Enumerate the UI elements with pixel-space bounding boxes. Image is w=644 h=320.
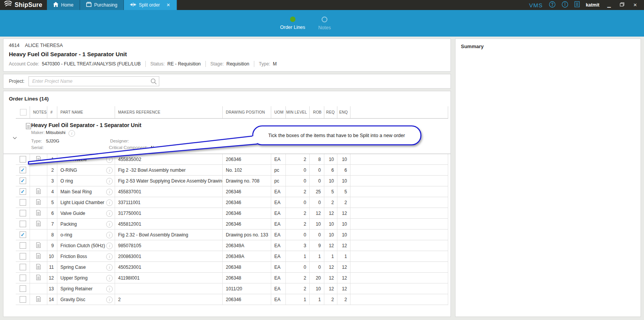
step-order-lines[interactable]: Order Lines	[280, 17, 305, 30]
col-notes[interactable]: NOTES	[30, 106, 47, 118]
row-checkbox[interactable]	[20, 167, 26, 173]
info-circle-icon[interactable]: i	[106, 253, 113, 260]
serial-label: Serial:	[31, 145, 46, 150]
part-name: O-RING	[60, 168, 77, 173]
makers-reference: 337111001	[115, 197, 222, 208]
col-filler	[350, 106, 448, 118]
row-checkbox[interactable]	[20, 210, 26, 216]
row-checkbox[interactable]	[20, 253, 26, 260]
col-req[interactable]: REQ	[324, 106, 337, 118]
col-number[interactable]: #	[47, 106, 57, 118]
info-circle-icon[interactable]: i	[106, 297, 113, 303]
document-icon[interactable]	[574, 1, 580, 9]
order-header-card: 4614 ALICE THERESA Heavy Fuel Oil Separa…	[3, 39, 451, 72]
line-number: 10	[47, 251, 57, 261]
search-icon[interactable]	[150, 78, 157, 86]
info-circle-icon[interactable]: i	[106, 189, 113, 195]
row-checkbox[interactable]	[20, 231, 26, 238]
info-circle-icon[interactable]: i	[106, 199, 113, 206]
info-icon[interactable]	[562, 1, 568, 9]
makers-reference: 985078105	[115, 240, 222, 251]
notes-icon[interactable]	[36, 253, 41, 260]
notes-icon[interactable]	[36, 221, 41, 228]
close-tab-icon[interactable]: ✕	[167, 2, 170, 8]
chevron-down-icon[interactable]	[13, 134, 17, 141]
notes-icon[interactable]	[36, 188, 41, 195]
uom: EA	[271, 262, 285, 272]
row-checkbox[interactable]	[20, 275, 26, 281]
table-header: NOTES # PART NAME MAKERS REFERENCE DRAWI…	[16, 106, 448, 119]
type-value: SJ20G	[46, 139, 59, 143]
tab-purchasing[interactable]: Purchasing	[80, 0, 124, 10]
info-circle-icon[interactable]: i	[106, 286, 113, 292]
tab-home[interactable]: Home	[47, 0, 80, 10]
row-checkbox[interactable]	[20, 264, 26, 270]
part-name: Friction Clutch (50Hz)	[60, 243, 105, 248]
info-circle-icon[interactable]: i	[106, 178, 113, 184]
close-icon[interactable]: ✕	[632, 2, 639, 8]
row-checkbox[interactable]	[20, 156, 26, 163]
part-name: Main Seal Ring	[60, 189, 92, 194]
info-circle-icon[interactable]: i	[106, 210, 113, 217]
restore-icon[interactable]	[619, 2, 626, 8]
col-enq[interactable]: ENQ	[337, 106, 350, 118]
uom: EA	[271, 208, 285, 218]
info-circle-icon[interactable]: i	[106, 221, 113, 228]
col-drawing-position[interactable]: DRAWING POSITION	[222, 106, 271, 118]
info-circle-icon[interactable]: i	[106, 243, 113, 249]
row-checkbox[interactable]	[20, 221, 26, 227]
step-notes[interactable]: Notes	[318, 17, 331, 30]
row-checkbox[interactable]	[20, 242, 26, 249]
notes-icon[interactable]	[36, 264, 41, 271]
col-min-level[interactable]: MIN LEVEL	[285, 106, 309, 118]
info-circle-icon[interactable]: i	[106, 232, 113, 238]
equipment-group-header: Heavy Fuel Oil Separator - 1 Separator U…	[3, 119, 450, 154]
notes-icon[interactable]	[36, 156, 41, 163]
min-level: 0	[285, 262, 309, 272]
wizard-banner: Order Lines Notes	[0, 10, 644, 37]
info-circle-icon[interactable]: i	[106, 167, 113, 174]
type-label: Type:	[31, 139, 46, 143]
notes-icon[interactable]	[36, 199, 41, 206]
row-checkbox[interactable]	[20, 178, 26, 184]
row-checkbox[interactable]	[20, 188, 26, 195]
drawing-position: 206349A	[222, 240, 271, 251]
uom: EA	[271, 240, 285, 251]
col-makers-reference[interactable]: MAKERS REFERENCE	[115, 106, 222, 118]
minimize-icon[interactable]: ▁	[606, 2, 612, 8]
min-level: 2	[285, 283, 309, 294]
row-checkbox[interactable]	[20, 296, 26, 303]
info-circle-icon[interactable]: i	[106, 264, 113, 271]
min-level: 3	[285, 240, 309, 251]
notes-icon[interactable]	[36, 242, 41, 249]
info-circle-icon[interactable]: i	[68, 130, 75, 137]
col-part-name[interactable]: PART NAME	[57, 106, 115, 118]
info-circle-icon[interactable]: i	[106, 156, 113, 163]
tab-split-order[interactable]: Split order ✕	[124, 0, 177, 10]
line-number: 8	[47, 230, 57, 240]
part-name: Spring Retainer	[60, 286, 92, 292]
project-input[interactable]	[28, 76, 159, 86]
col-uom[interactable]: UOM	[271, 106, 285, 118]
info-circle-icon[interactable]: i	[106, 275, 113, 281]
col-rob[interactable]: ROB	[309, 106, 324, 118]
min-level: 2	[285, 219, 309, 229]
notes-icon[interactable]	[36, 296, 41, 303]
row-checkbox[interactable]	[20, 285, 26, 292]
line-number: 3	[47, 176, 57, 186]
notes-icon[interactable]	[36, 275, 41, 281]
req: 10	[324, 154, 337, 164]
line-number: 5	[47, 197, 57, 208]
group-notes-icon[interactable]	[26, 123, 31, 131]
row-checkbox[interactable]	[20, 199, 26, 206]
enq: 2	[337, 197, 350, 208]
vms-link[interactable]: VMS	[529, 2, 543, 8]
min-level: 2	[285, 208, 309, 218]
help-icon[interactable]	[549, 1, 556, 9]
select-all-checkbox[interactable]	[20, 109, 27, 116]
rob: 0	[309, 197, 324, 208]
notes-icon[interactable]	[36, 210, 41, 217]
rob: 0	[309, 176, 324, 186]
status-value: RE - Requisition	[167, 61, 201, 67]
drawing-position: Drawing pos no. 133	[222, 230, 271, 240]
